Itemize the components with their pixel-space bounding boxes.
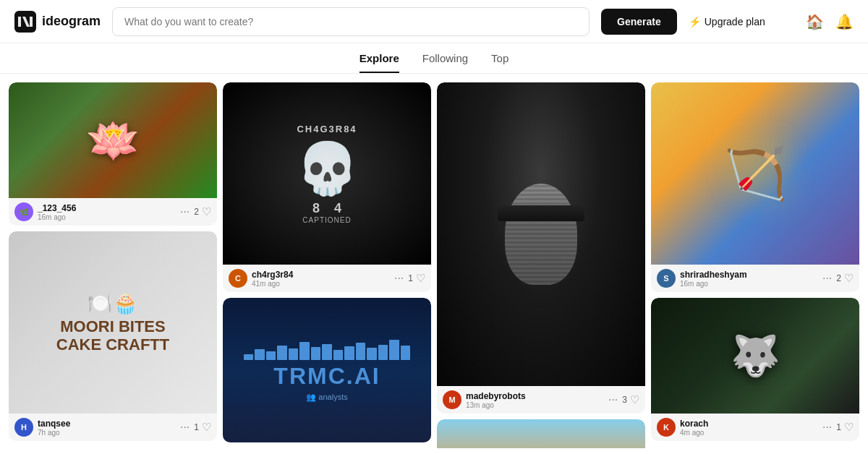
tab-top[interactable]: Top	[491, 52, 509, 73]
image-moori[interactable]: 🍽️🧁 MOORI BITESCAKE CRAFTT	[9, 231, 217, 414]
avatar-moori: H	[14, 418, 33, 437]
username-buddha: _123_456	[38, 203, 174, 213]
blindfold-face	[505, 184, 577, 285]
avatar-wolves: K	[657, 418, 676, 437]
like-count-buddha: 2	[194, 207, 199, 217]
tab-following-label: Following	[422, 52, 468, 64]
tab-explore[interactable]: Explore	[359, 52, 399, 73]
chart-bar	[289, 348, 299, 360]
timestamp-blindfold: 13m ago	[466, 401, 603, 409]
search-input[interactable]	[112, 7, 590, 36]
image-rama[interactable]	[651, 82, 859, 265]
tab-following[interactable]: Following	[422, 52, 468, 73]
timestamp-buddha: 16m ago	[38, 213, 174, 221]
username-rama: shriradheshyam	[680, 270, 817, 280]
image-blindfold[interactable]	[437, 82, 645, 386]
timestamp-wolves: 4m ago	[680, 429, 817, 437]
user-info-rama: shriradheshyam 16m ago	[680, 270, 817, 288]
like-button-rama[interactable]: ♡	[844, 272, 854, 285]
more-button-moori[interactable]: ···	[179, 419, 191, 435]
trmc-text: TRMC.AI	[273, 363, 380, 390]
chart-bar	[311, 347, 321, 360]
card-skull: CH4G3R84 💀 84 CAPTIONED C ch4rg3r84 41m …	[223, 82, 431, 292]
card-footer-rama: S shriradheshyam 16m ago ··· 2 ♡	[651, 265, 859, 292]
skull-header-text: CH4G3R84	[297, 123, 357, 136]
image-arch[interactable]	[437, 419, 645, 448]
chart-bar	[299, 342, 310, 360]
home-button[interactable]: 🏠	[806, 13, 824, 30]
like-button-skull[interactable]: ♡	[416, 272, 425, 285]
moori-icons: 🍽️🧁	[88, 291, 138, 315]
chart-bar	[266, 351, 276, 360]
image-trmc[interactable]: TRMC.AI 👥 analysts	[223, 298, 431, 442]
card-actions-skull: ··· 1 ♡	[393, 270, 425, 286]
like-button-moori[interactable]: ♡	[202, 421, 211, 434]
avatar-skull: C	[229, 269, 247, 288]
generate-button[interactable]: Generate	[601, 9, 677, 35]
gallery: 🌿 _123_456 16m ago ··· 2 ♡ 🍽️🧁 MOORI BIT…	[0, 74, 868, 448]
more-button-skull[interactable]: ···	[393, 270, 405, 286]
logo-text: ideogram	[42, 14, 101, 29]
image-skull[interactable]: CH4G3R84 💀 84 CAPTIONED	[223, 82, 431, 265]
lightning-icon: ⚡	[689, 16, 701, 27]
chart-bar	[277, 346, 287, 360]
card-footer-moori: H tanqsee 7h ago ··· 1 ♡	[9, 414, 217, 441]
username-blindfold: madebyrobots	[466, 391, 603, 401]
avatar-rama: S	[657, 269, 676, 288]
blindfold-band	[498, 205, 584, 221]
gallery-col-2: CH4G3R84 💀 84 CAPTIONED C ch4rg3r84 41m …	[223, 82, 431, 448]
more-button-buddha[interactable]: ···	[179, 204, 191, 220]
user-info-skull: ch4rg3r84 41m ago	[252, 270, 388, 288]
skull-numbers: 84	[312, 201, 341, 216]
card-arch	[437, 419, 645, 448]
card-actions-wolves: ··· 1 ♡	[821, 419, 854, 435]
like-count-wolves: 1	[836, 422, 841, 432]
chart-bar	[356, 343, 366, 360]
skull-caption: CAPTIONED	[302, 216, 351, 224]
image-buddha[interactable]	[9, 82, 217, 198]
image-wolves[interactable]	[651, 298, 859, 414]
like-button-buddha[interactable]: ♡	[202, 205, 211, 218]
chart-bar	[378, 345, 388, 360]
chart-bar	[344, 346, 354, 360]
upgrade-button[interactable]: ⚡ Upgrade plan	[689, 16, 765, 27]
like-count-moori: 1	[194, 422, 199, 432]
avatar-blindfold: M	[443, 390, 461, 409]
card-wolves: K korach 4m ago ··· 1 ♡	[651, 298, 859, 441]
card-rama: S shriradheshyam 16m ago ··· 2 ♡	[651, 82, 859, 292]
gallery-col-1: 🌿 _123_456 16m ago ··· 2 ♡ 🍽️🧁 MOORI BIT…	[9, 82, 217, 448]
gallery-col-3: M madebyrobots 13m ago ··· 3 ♡	[437, 82, 645, 448]
user-info-wolves: korach 4m ago	[680, 419, 817, 437]
username-skull: ch4rg3r84	[252, 270, 388, 280]
card-trmc: TRMC.AI 👥 analysts	[223, 298, 431, 442]
trmc-subtext: 👥 analysts	[306, 393, 347, 402]
upgrade-label: Upgrade plan	[705, 16, 765, 27]
more-button-blindfold[interactable]: ···	[607, 392, 619, 408]
more-button-wolves[interactable]: ···	[821, 419, 833, 435]
like-count-rama: 2	[836, 273, 841, 283]
like-button-blindfold[interactable]: ♡	[630, 393, 639, 406]
card-moori: 🍽️🧁 MOORI BITESCAKE CRAFTT H tanqsee 7h …	[9, 231, 217, 441]
chart-bar	[333, 350, 344, 360]
like-count-blindfold: 3	[622, 395, 627, 405]
timestamp-skull: 41m ago	[252, 280, 388, 288]
moori-title: MOORI BITESCAKE CRAFTT	[56, 318, 169, 353]
user-info-moori: tanqsee 7h ago	[38, 419, 174, 437]
tab-top-label: Top	[491, 52, 509, 64]
like-button-wolves[interactable]: ♡	[844, 421, 854, 434]
header-icons: 🏠 🔔	[806, 13, 854, 30]
more-button-rama[interactable]: ···	[821, 270, 833, 286]
avatar-buddha: 🌿	[14, 202, 33, 221]
chart-bar	[401, 346, 411, 360]
username-moori: tanqsee	[38, 419, 174, 429]
like-count-skull: 1	[408, 273, 413, 283]
tabs-nav: Explore Following Top	[0, 43, 868, 74]
bell-icon: 🔔	[835, 13, 854, 30]
chart-bar	[255, 349, 265, 360]
notifications-button[interactable]: 🔔	[835, 13, 854, 30]
timestamp-rama: 16m ago	[680, 280, 817, 288]
chart-bar	[367, 348, 377, 360]
card-footer-wolves: K korach 4m ago ··· 1 ♡	[651, 414, 859, 441]
logo-icon	[14, 11, 36, 33]
trmc-chart	[244, 338, 410, 360]
